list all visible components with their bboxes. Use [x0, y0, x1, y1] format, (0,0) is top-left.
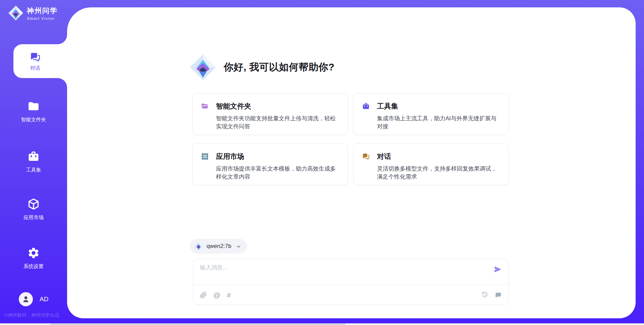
mention-button[interactable]: @: [213, 291, 220, 299]
sidebar: 神州问学 Smart Vision 对话 智能文件夹 工具集 应用市场 系统设置: [0, 0, 67, 325]
sidebar-item-settings[interactable]: 系统设置: [0, 247, 67, 270]
sidebar-item-label: 应用市场: [0, 214, 67, 221]
hash-icon: #: [227, 291, 231, 299]
person-icon: [21, 295, 30, 304]
card-title: 工具集: [377, 102, 398, 111]
history-button[interactable]: [481, 291, 488, 299]
sidebar-item-toolset[interactable]: 工具集: [0, 150, 67, 173]
sidebar-item-smart-folder[interactable]: 智能文件夹: [0, 100, 67, 123]
sidebar-item-app-market[interactable]: 应用市场: [0, 198, 67, 221]
greeting-row: 你好, 我可以如何帮助你?: [190, 54, 334, 81]
card-chat[interactable]: 对话 灵活切换多模型文件，支持多样回复效果调试，满足个性化需求: [353, 143, 509, 185]
cube-icon: [27, 198, 40, 210]
history-icon: [481, 291, 488, 299]
card-title: 对话: [377, 152, 391, 161]
feature-cards: 智能文件夹 智能文件夹功能支持批量文件上传与清洗，轻松实现文件问答 工具集 集成…: [192, 93, 509, 185]
sidebar-item-label: 对话: [30, 65, 40, 71]
gem-diamond-icon: [194, 242, 203, 251]
card-toolset[interactable]: 工具集 集成市场上主流工具，助力AI与外界无缝扩展与对接: [353, 93, 509, 135]
card-description: 应用市场提供丰富长文本模板，助力高效生成多样化文章内容: [216, 165, 339, 181]
horizontal-scrollbar[interactable]: [0, 323, 644, 325]
grid-icon: [201, 152, 209, 160]
attach-file-button[interactable]: [200, 291, 207, 299]
chat-bubbles-icon: [362, 152, 370, 160]
message-input[interactable]: [200, 264, 475, 282]
model-selector[interactable]: qwen2:7b: [190, 239, 247, 254]
folder-icon: [27, 100, 40, 113]
card-description: 智能文件夹功能支持批量文件上传与清洗，轻松实现文件问答: [216, 115, 339, 131]
brand: 神州问学 Smart Vision: [8, 5, 58, 21]
send-icon: [493, 265, 502, 274]
open-folder-icon: [201, 102, 209, 110]
sidebar-item-label: 系统设置: [0, 263, 67, 270]
card-description: 灵活切换多模型文件，支持多样回复效果调试，满足个性化需求: [377, 165, 500, 181]
chevron-down-icon: [236, 244, 241, 249]
card-description: 集成市场上主流工具，助力AI与外界无缝扩展与对接: [377, 115, 500, 131]
chat-square-icon: [495, 291, 502, 299]
model-label: qwen2:7b: [207, 243, 231, 250]
card-smart-folder[interactable]: 智能文件夹 智能文件夹功能支持批量文件上传与清洗，轻松实现文件问答: [192, 93, 348, 135]
brand-name: 神州问学: [27, 6, 58, 15]
brand-subtitle: Smart Vision: [27, 16, 58, 20]
card-title: 智能文件夹: [216, 102, 251, 111]
composer-toolbar: @ #: [200, 285, 502, 305]
main-content: 你好, 我可以如何帮助你? 智能文件夹 智能文件夹功能支持批量文件上传与清洗，轻…: [67, 7, 636, 318]
copyright: ©神州数码 · 神州问学出品: [4, 312, 59, 318]
user-name: AD: [40, 296, 48, 303]
send-button[interactable]: [492, 265, 502, 275]
page-title: 你好, 我可以如何帮助你?: [224, 61, 334, 74]
sidebar-item-chat[interactable]: 对话: [13, 44, 67, 78]
brand-gem-icon: [190, 54, 216, 81]
brand-logo-gem-icon: [8, 5, 23, 21]
sidebar-item-label: 工具集: [0, 167, 67, 173]
user-profile[interactable]: AD: [19, 292, 48, 306]
mention-icon: @: [213, 291, 220, 299]
hash-button[interactable]: #: [227, 291, 231, 299]
sidebar-item-label: 智能文件夹: [0, 117, 67, 123]
card-title: 应用市场: [216, 152, 244, 161]
toolbox-icon: [27, 150, 40, 163]
paperclip-icon: [200, 291, 207, 299]
message-composer: @ #: [193, 259, 509, 305]
card-app-market[interactable]: 应用市场 应用市场提供丰富长文本模板，助力高效生成多样化文章内容: [192, 143, 348, 185]
toolbox-icon: [362, 102, 370, 110]
app-root: 你好, 我可以如何帮助你? 智能文件夹 智能文件夹功能支持批量文件上传与清洗，轻…: [0, 0, 644, 325]
avatar: [19, 292, 33, 306]
gear-icon: [27, 247, 40, 259]
chat-bubbles-icon: [30, 51, 41, 63]
quick-phrases-button[interactable]: [495, 291, 502, 299]
scrollbar-thumb[interactable]: [50, 323, 345, 325]
